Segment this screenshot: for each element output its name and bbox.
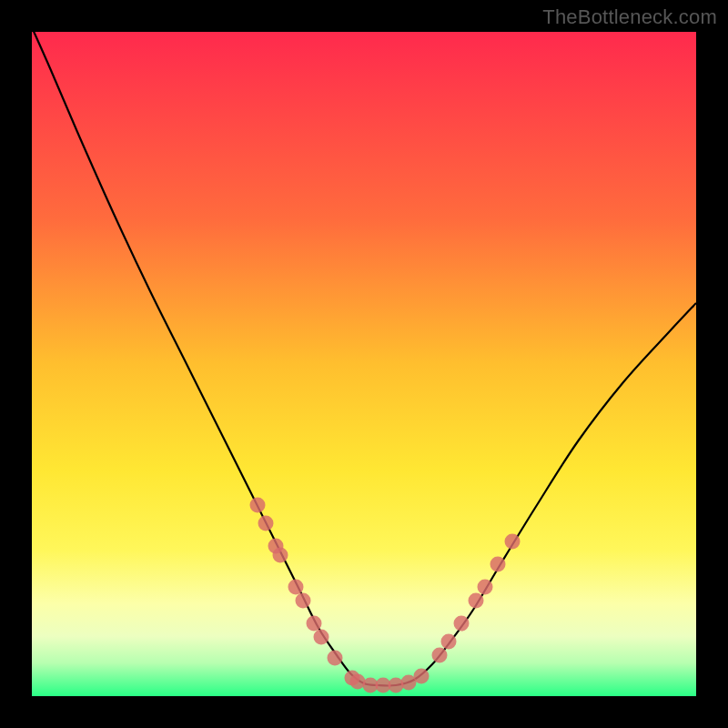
marker-point [258, 516, 274, 531]
chart-frame: TheBottleneck.com [0, 0, 728, 728]
marker-point [414, 669, 430, 684]
marker-point [307, 616, 322, 632]
marker-point [288, 580, 304, 595]
marker-point [441, 634, 457, 650]
marker-point [505, 534, 521, 550]
marker-point [296, 593, 311, 609]
marker-point [469, 593, 484, 609]
marker-point [389, 678, 404, 693]
marker-point [273, 548, 288, 563]
marker-point [490, 557, 506, 572]
marker-point [478, 580, 493, 595]
marker-point [314, 630, 329, 645]
bottleneck-curve [32, 32, 696, 696]
marker-point [250, 498, 266, 513]
watermark-text: TheBottleneck.com [542, 5, 717, 29]
marker-point [454, 616, 470, 632]
plot-area [32, 32, 696, 696]
marker-point [328, 651, 343, 666]
marker-point [432, 648, 448, 663]
